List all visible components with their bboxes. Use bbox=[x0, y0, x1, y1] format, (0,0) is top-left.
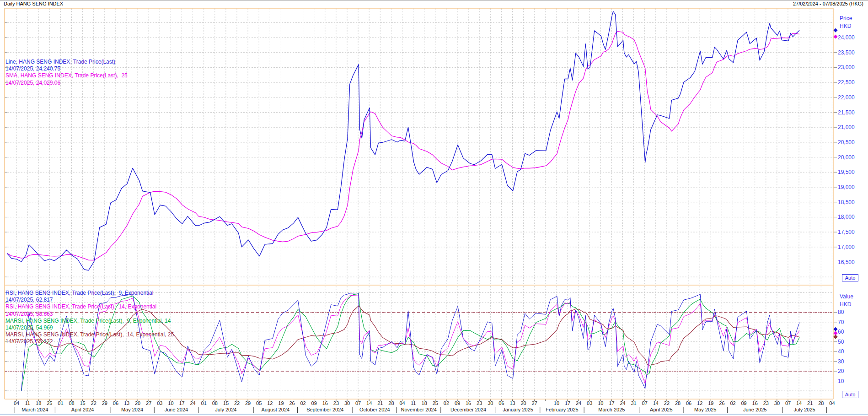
day-tick-label: 30 bbox=[771, 400, 783, 406]
day-tick-label: 11 bbox=[407, 400, 419, 406]
price-legend: Line, HANG SENG INDEX, Trade Price(Last)… bbox=[5, 59, 128, 86]
day-tick-label: 04 bbox=[396, 400, 408, 406]
day-tick-label: 07 bbox=[639, 400, 651, 406]
price-axis-auto-button[interactable]: Auto bbox=[842, 274, 858, 281]
price-tick-label: 18,500 bbox=[838, 199, 855, 205]
value-axis-unit: HKD bbox=[840, 301, 851, 308]
price-tick-label: 18,000 bbox=[838, 214, 855, 220]
price-tick-label: 20,000 bbox=[838, 154, 855, 161]
price-tick-label: 24,000 bbox=[838, 34, 855, 41]
price-tick-label: 20,500 bbox=[838, 139, 855, 146]
day-tick-label: 18 bbox=[32, 400, 44, 406]
value-tick-label: 50 bbox=[838, 339, 844, 345]
day-tick-label: 17 bbox=[605, 400, 617, 406]
value-tick-label: 70 bbox=[838, 319, 844, 325]
day-tick-label: 20 bbox=[132, 400, 144, 406]
value-tick-label: 30 bbox=[838, 358, 844, 365]
day-tick-label: 02 bbox=[440, 400, 452, 406]
day-tick-label: 09 bbox=[738, 400, 750, 406]
day-tick-label: 19 bbox=[705, 400, 717, 406]
rsi-legend-line-4: MARSI, HANG SENG INDEX, Trade Price(Last… bbox=[5, 318, 174, 324]
day-tick-label: 09 bbox=[451, 400, 463, 406]
day-tick-label: 22 bbox=[661, 400, 673, 406]
day-tick-label: 08 bbox=[209, 400, 221, 406]
day-tick-label: 04 bbox=[826, 400, 838, 406]
price-tick-label: 17,000 bbox=[838, 244, 855, 250]
day-tick-label: 12 bbox=[694, 400, 706, 406]
day-tick-label: 21 bbox=[374, 400, 386, 406]
day-tick-label: 06 bbox=[683, 400, 695, 406]
price-tick-label: 23,500 bbox=[838, 49, 855, 56]
rsi-legend-line-5: 14/07/2025, 54.969 bbox=[5, 324, 174, 331]
day-tick-label: 14 bbox=[793, 400, 805, 406]
day-tick-label: 09 bbox=[308, 400, 320, 406]
value-axis-title: Value bbox=[840, 293, 853, 300]
day-tick-label: 22 bbox=[88, 400, 100, 406]
day-tick-label: 04 bbox=[11, 400, 22, 406]
price-chart-pane[interactable] bbox=[5, 8, 833, 285]
day-tick-label: 28 bbox=[385, 400, 397, 406]
day-tick-label: 17 bbox=[562, 400, 573, 406]
price-tick-label: 23,000 bbox=[838, 64, 855, 70]
day-tick-label: 06 bbox=[110, 400, 122, 406]
price-legend-line-2: SMA, HANG SENG INDEX, Trade Price(Last),… bbox=[5, 72, 128, 79]
day-tick-label: 17 bbox=[176, 400, 188, 406]
day-tick-label: 22 bbox=[231, 400, 243, 406]
day-tick-label: 25 bbox=[429, 400, 441, 406]
day-tick-label: 24 bbox=[617, 400, 629, 406]
price-legend-line-0: Line, HANG SENG INDEX, Trade Price(Last) bbox=[5, 59, 128, 65]
day-tick-label: 13 bbox=[121, 400, 133, 406]
day-tick-label: 19 bbox=[275, 400, 287, 406]
value-tick-label: 40 bbox=[838, 348, 844, 355]
day-tick-label: 30 bbox=[341, 400, 353, 406]
rsi-legend: RSI, HANG SENG INDEX, Trade Price(Last),… bbox=[5, 290, 174, 346]
day-tick-label: 25 bbox=[43, 400, 55, 406]
day-tick-label: 24 bbox=[187, 400, 199, 406]
price-tick-label: 16,500 bbox=[838, 259, 855, 265]
day-tick-label: 16 bbox=[319, 400, 331, 406]
day-tick-label: 01 bbox=[198, 400, 210, 406]
day-tick-label: 18 bbox=[418, 400, 430, 406]
day-tick-label: 05 bbox=[253, 400, 265, 406]
rsi-legend-line-6: MARSI, HANG SENG INDEX, Trade Price(Last… bbox=[5, 331, 174, 338]
day-tick-label: 20 bbox=[518, 400, 530, 406]
day-tick-label: 06 bbox=[495, 400, 507, 406]
price-tick-label: 22,000 bbox=[838, 94, 855, 101]
price-legend-line-3: 14/07/2025, 24,029.06 bbox=[5, 80, 128, 86]
rsi-legend-line-1: 14/07/2025, 62.817 bbox=[5, 297, 174, 303]
day-tick-label: 23 bbox=[760, 400, 772, 406]
day-tick-label: 07 bbox=[352, 400, 364, 406]
day-tick-label: 03 bbox=[154, 400, 166, 406]
month-label: July 2025 bbox=[772, 407, 836, 412]
day-tick-label: 16 bbox=[462, 400, 474, 406]
day-tick-label: 02 bbox=[297, 400, 309, 406]
day-tick-label: 14 bbox=[650, 400, 662, 406]
price-tick-label: 19,000 bbox=[838, 184, 855, 190]
value-tick-label: 10 bbox=[838, 378, 844, 384]
page-title: Daily HANG SENG INDEX bbox=[4, 1, 63, 6]
value-tick-label: 20 bbox=[838, 368, 844, 374]
day-tick-label: 16 bbox=[749, 400, 761, 406]
day-tick-label: 10 bbox=[595, 400, 606, 406]
price-axis-title: Price bbox=[840, 15, 852, 22]
date-range-label: 27/02/2024 - 07/08/2025 (HKG) bbox=[793, 1, 863, 6]
rsi-legend-line-0: RSI, HANG SENG INDEX, Trade Price(Last),… bbox=[5, 290, 174, 297]
day-tick-label: 26 bbox=[716, 400, 728, 406]
day-tick-label: 27 bbox=[143, 400, 155, 406]
value-tick-label: 80 bbox=[838, 309, 844, 315]
day-tick-label: 07 bbox=[782, 400, 794, 406]
day-tick-label: 10 bbox=[551, 400, 563, 406]
value-axis-auto-button[interactable]: Auto bbox=[842, 391, 858, 398]
rsi-legend-line-7: 14/07/2025, 55.122 bbox=[5, 338, 174, 345]
day-tick-label: 21 bbox=[804, 400, 816, 406]
day-tick-label: 29 bbox=[99, 400, 111, 406]
day-tick-label: 08 bbox=[66, 400, 78, 406]
day-tick-label: 11 bbox=[21, 400, 33, 406]
day-tick-label: 31 bbox=[628, 400, 640, 406]
day-tick-label: 27 bbox=[529, 400, 541, 406]
day-tick-label: 26 bbox=[286, 400, 298, 406]
price-tick-label: 21,000 bbox=[838, 124, 855, 130]
day-tick-label: 15 bbox=[77, 400, 89, 406]
price-tick-label: 19,500 bbox=[838, 169, 855, 175]
price-tick-label: 22,500 bbox=[838, 79, 855, 86]
